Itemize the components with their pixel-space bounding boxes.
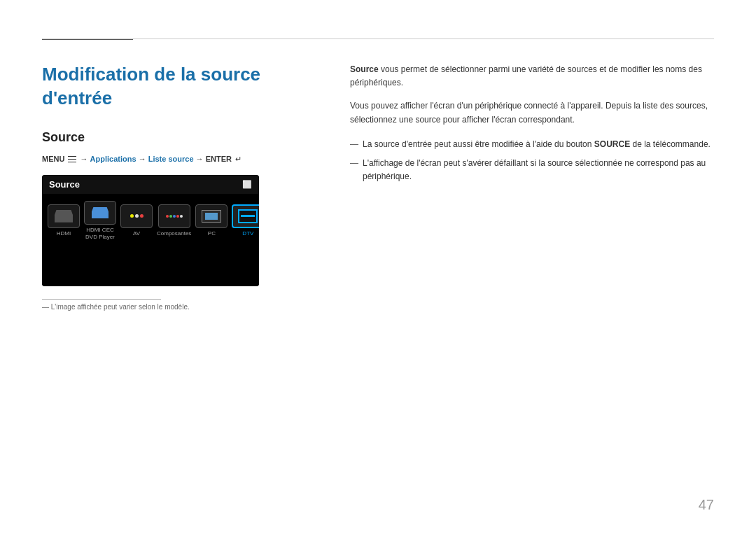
right-intro-paragraph1: Source vous permet de sélectionner parmi… [350,63,714,90]
pc-icon-box [195,204,227,228]
dtv-icon-box [232,204,259,228]
dtv-bar [241,215,255,217]
source-bold: SOURCE [594,139,630,149]
pc-label: PC [208,230,216,237]
source-ui-header: Source ⬜ [42,175,259,194]
hdmi-cec-shape [92,207,108,218]
enter-icon: ↵ [235,153,241,165]
bullet-list: La source d'entrée peut aussi être modif… [350,138,714,184]
comp-dot-r2 [176,215,179,218]
source-ui-bottom [42,244,259,286]
page-number: 47 [699,497,714,513]
source-ui-corner-icon: ⬜ [242,180,252,189]
menu-path: MENU → Applications → Liste source → ENT… [42,153,308,165]
comp-dot-b [173,215,176,218]
applications-link: Applications [90,155,136,163]
footnote-text: ― L'image affichée peut varier selon le … [42,303,308,311]
av-dot-y [130,214,134,218]
source-items-row: HDMI HDMI CECDVD Player [42,194,259,244]
top-line [42,38,714,39]
source-item-comp[interactable]: Composantes [157,204,191,237]
page-title: Modification de la source d'entrée [42,63,308,111]
left-column: Modification de la source d'entrée Sourc… [42,63,308,311]
pc-screen [205,213,218,220]
intro-text1: vous permet de sélectionner parmi une va… [350,64,702,87]
source-ui-title-label: Source [49,179,80,190]
comp-dot-w [180,215,183,218]
bullet-item-2: L'affichage de l'écran peut s'avérer déf… [350,157,714,183]
hdmi-shape [55,210,73,223]
comp-dot-g [169,215,172,218]
menu-icon [68,156,76,163]
liste-source-link: Liste source [148,155,194,163]
comp-label: Composantes [157,230,191,237]
av-label: AV [133,230,140,237]
menu-label: MENU [42,155,64,163]
source-item-hdmi-cec[interactable]: HDMI CECDVD Player [84,201,116,240]
av-shape [130,214,144,218]
hdmi-cec-label: HDMI CECDVD Player [85,227,115,240]
page-container: Modification de la source d'entrée Sourc… [0,0,756,534]
hdmi-icon-box [48,204,80,228]
source-item-pc[interactable]: PC [195,204,227,237]
right-intro-paragraph2: Vous pouvez afficher l'écran d'un périph… [350,99,714,126]
av-icon-box [120,204,153,228]
source-bold-word: Source [350,64,379,74]
right-column: Source vous permet de sélectionner parmi… [350,63,714,311]
enter-label: ENTER [206,155,232,163]
dtv-shape [238,209,258,223]
bullet-item-1: La source d'entrée peut aussi être modif… [350,138,714,151]
source-item-hdmi[interactable]: HDMI [48,204,80,237]
content-wrapper: Modification de la source d'entrée Sourc… [42,63,714,311]
footnote-divider [42,299,161,300]
av-dot-w [135,214,139,218]
dtv-label: DTV [242,230,253,237]
section-title: Source [42,130,308,145]
av-dot-r [140,214,144,218]
pc-shape [202,210,221,223]
source-item-av[interactable]: AV [120,204,153,237]
source-item-dtv[interactable]: DTV [232,204,259,237]
hdmi-label: HDMI [57,230,71,237]
comp-dot-r [166,215,169,218]
comp-icon-box [158,204,190,228]
hdmi-cec-icon-box [84,201,116,225]
source-ui-screenshot: Source ⬜ HDMI [42,175,259,286]
comp-shape [166,215,183,218]
